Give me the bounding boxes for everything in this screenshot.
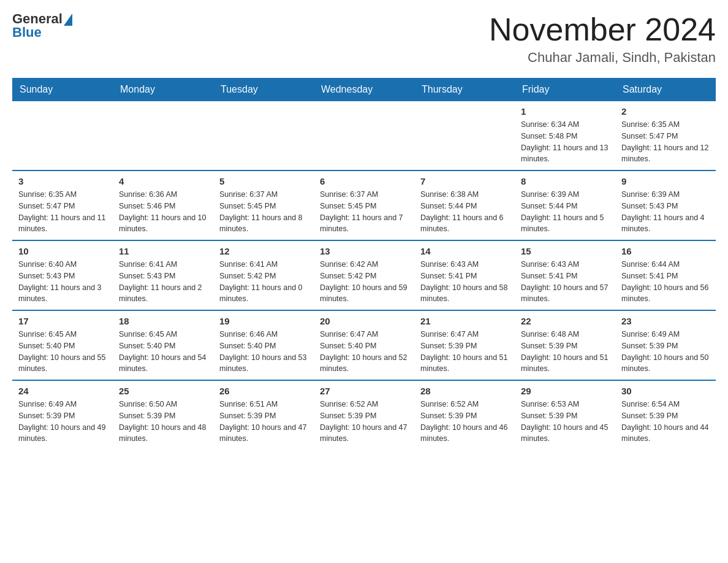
calendar-cell: 28Sunrise: 6:52 AM Sunset: 5:39 PM Dayli… [414, 380, 515, 450]
weekday-header-thursday: Thursday [414, 78, 515, 101]
day-number: 24 [18, 386, 107, 396]
calendar-cell: 6Sunrise: 6:37 AM Sunset: 5:45 PM Daylig… [314, 170, 414, 240]
calendar-cell: 27Sunrise: 6:52 AM Sunset: 5:39 PM Dayli… [314, 380, 414, 450]
page-header: General Blue November 2024 Chuhar Jamali… [12, 12, 716, 66]
day-number: 9 [621, 176, 710, 186]
weekday-header-friday: Friday [515, 78, 615, 101]
calendar-cell: 30Sunrise: 6:54 AM Sunset: 5:39 PM Dayli… [615, 380, 716, 450]
day-number: 19 [219, 316, 308, 326]
calendar-cell: 21Sunrise: 6:47 AM Sunset: 5:39 PM Dayli… [414, 310, 515, 380]
week-row-2: 3Sunrise: 6:35 AM Sunset: 5:47 PM Daylig… [12, 170, 716, 240]
calendar-cell: 13Sunrise: 6:42 AM Sunset: 5:42 PM Dayli… [314, 240, 414, 310]
day-number: 13 [320, 246, 408, 256]
calendar-cell: 8Sunrise: 6:39 AM Sunset: 5:44 PM Daylig… [515, 170, 615, 240]
calendar-cell: 16Sunrise: 6:44 AM Sunset: 5:41 PM Dayli… [615, 240, 716, 310]
day-info: Sunrise: 6:43 AM Sunset: 5:41 PM Dayligh… [521, 259, 609, 305]
day-number: 29 [521, 386, 609, 396]
day-info: Sunrise: 6:35 AM Sunset: 5:47 PM Dayligh… [18, 189, 107, 235]
day-number: 17 [18, 316, 107, 326]
day-number: 14 [420, 246, 509, 256]
day-info: Sunrise: 6:37 AM Sunset: 5:45 PM Dayligh… [219, 189, 308, 235]
day-info: Sunrise: 6:39 AM Sunset: 5:43 PM Dayligh… [621, 189, 710, 235]
calendar-cell: 3Sunrise: 6:35 AM Sunset: 5:47 PM Daylig… [12, 170, 113, 240]
day-info: Sunrise: 6:40 AM Sunset: 5:43 PM Dayligh… [18, 259, 107, 305]
calendar-cell: 29Sunrise: 6:53 AM Sunset: 5:39 PM Dayli… [515, 380, 615, 450]
day-info: Sunrise: 6:38 AM Sunset: 5:44 PM Dayligh… [420, 189, 509, 235]
weekday-header-sunday: Sunday [12, 78, 113, 101]
day-info: Sunrise: 6:45 AM Sunset: 5:40 PM Dayligh… [119, 329, 207, 375]
day-info: Sunrise: 6:34 AM Sunset: 5:48 PM Dayligh… [521, 119, 609, 165]
calendar-cell: 4Sunrise: 6:36 AM Sunset: 5:46 PM Daylig… [113, 170, 213, 240]
day-number: 27 [320, 386, 408, 396]
day-number: 26 [219, 386, 308, 396]
calendar-cell: 18Sunrise: 6:45 AM Sunset: 5:40 PM Dayli… [113, 310, 213, 380]
day-info: Sunrise: 6:41 AM Sunset: 5:43 PM Dayligh… [119, 259, 207, 305]
day-info: Sunrise: 6:39 AM Sunset: 5:44 PM Dayligh… [521, 189, 609, 235]
day-info: Sunrise: 6:45 AM Sunset: 5:40 PM Dayligh… [18, 329, 107, 375]
calendar-cell: 26Sunrise: 6:51 AM Sunset: 5:39 PM Dayli… [213, 380, 314, 450]
day-number: 4 [119, 176, 207, 186]
calendar-cell [314, 101, 414, 170]
calendar-cell: 9Sunrise: 6:39 AM Sunset: 5:43 PM Daylig… [615, 170, 716, 240]
calendar-cell: 19Sunrise: 6:46 AM Sunset: 5:40 PM Dayli… [213, 310, 314, 380]
day-number: 11 [119, 246, 207, 256]
day-info: Sunrise: 6:35 AM Sunset: 5:47 PM Dayligh… [621, 119, 710, 165]
day-number: 20 [320, 316, 408, 326]
logo: General Blue [12, 12, 72, 39]
day-info: Sunrise: 6:49 AM Sunset: 5:39 PM Dayligh… [18, 399, 107, 445]
day-info: Sunrise: 6:36 AM Sunset: 5:46 PM Dayligh… [119, 189, 207, 235]
logo-blue-text: Blue [12, 25, 42, 40]
calendar-cell: 10Sunrise: 6:40 AM Sunset: 5:43 PM Dayli… [12, 240, 113, 310]
day-info: Sunrise: 6:51 AM Sunset: 5:39 PM Dayligh… [219, 399, 308, 445]
calendar-cell: 20Sunrise: 6:47 AM Sunset: 5:40 PM Dayli… [314, 310, 414, 380]
calendar-cell: 23Sunrise: 6:49 AM Sunset: 5:39 PM Dayli… [615, 310, 716, 380]
day-number: 18 [119, 316, 207, 326]
day-number: 2 [621, 106, 710, 117]
day-number: 10 [18, 246, 107, 256]
calendar-cell [113, 101, 213, 170]
calendar-cell: 11Sunrise: 6:41 AM Sunset: 5:43 PM Dayli… [113, 240, 213, 310]
day-number: 8 [521, 176, 609, 186]
calendar-cell: 5Sunrise: 6:37 AM Sunset: 5:45 PM Daylig… [213, 170, 314, 240]
calendar-cell: 7Sunrise: 6:38 AM Sunset: 5:44 PM Daylig… [414, 170, 515, 240]
calendar-cell: 2Sunrise: 6:35 AM Sunset: 5:47 PM Daylig… [615, 101, 716, 170]
day-info: Sunrise: 6:49 AM Sunset: 5:39 PM Dayligh… [621, 329, 710, 375]
calendar-cell: 12Sunrise: 6:41 AM Sunset: 5:42 PM Dayli… [213, 240, 314, 310]
calendar-cell: 17Sunrise: 6:45 AM Sunset: 5:40 PM Dayli… [12, 310, 113, 380]
calendar-table: SundayMondayTuesdayWednesdayThursdayFrid… [12, 78, 716, 450]
day-info: Sunrise: 6:41 AM Sunset: 5:42 PM Dayligh… [219, 259, 308, 305]
week-row-3: 10Sunrise: 6:40 AM Sunset: 5:43 PM Dayli… [12, 240, 716, 310]
title-block: November 2024 Chuhar Jamali, Sindh, Paki… [489, 12, 716, 66]
day-number: 23 [621, 316, 710, 326]
weekday-header-row: SundayMondayTuesdayWednesdayThursdayFrid… [12, 78, 716, 101]
week-row-4: 17Sunrise: 6:45 AM Sunset: 5:40 PM Dayli… [12, 310, 716, 380]
day-info: Sunrise: 6:47 AM Sunset: 5:39 PM Dayligh… [420, 329, 509, 375]
day-info: Sunrise: 6:53 AM Sunset: 5:39 PM Dayligh… [521, 399, 609, 445]
day-number: 28 [420, 386, 509, 396]
day-info: Sunrise: 6:43 AM Sunset: 5:41 PM Dayligh… [420, 259, 509, 305]
calendar-cell [12, 101, 113, 170]
day-number: 16 [621, 246, 710, 256]
calendar-cell: 22Sunrise: 6:48 AM Sunset: 5:39 PM Dayli… [515, 310, 615, 380]
day-number: 3 [18, 176, 107, 186]
calendar-cell [414, 101, 515, 170]
day-number: 22 [521, 316, 609, 326]
day-number: 7 [420, 176, 509, 186]
calendar-cell: 25Sunrise: 6:50 AM Sunset: 5:39 PM Dayli… [113, 380, 213, 450]
day-number: 6 [320, 176, 408, 186]
day-info: Sunrise: 6:48 AM Sunset: 5:39 PM Dayligh… [521, 329, 609, 375]
day-number: 1 [521, 106, 609, 117]
calendar-title: November 2024 [489, 12, 716, 47]
week-row-5: 24Sunrise: 6:49 AM Sunset: 5:39 PM Dayli… [12, 380, 716, 450]
day-info: Sunrise: 6:42 AM Sunset: 5:42 PM Dayligh… [320, 259, 408, 305]
day-number: 12 [219, 246, 308, 256]
day-number: 25 [119, 386, 207, 396]
calendar-cell: 14Sunrise: 6:43 AM Sunset: 5:41 PM Dayli… [414, 240, 515, 310]
day-number: 5 [219, 176, 308, 186]
day-info: Sunrise: 6:47 AM Sunset: 5:40 PM Dayligh… [320, 329, 408, 375]
weekday-header-wednesday: Wednesday [314, 78, 414, 101]
day-number: 21 [420, 316, 509, 326]
day-info: Sunrise: 6:50 AM Sunset: 5:39 PM Dayligh… [119, 399, 207, 445]
logo-triangle-icon [64, 13, 72, 26]
calendar-cell [213, 101, 314, 170]
